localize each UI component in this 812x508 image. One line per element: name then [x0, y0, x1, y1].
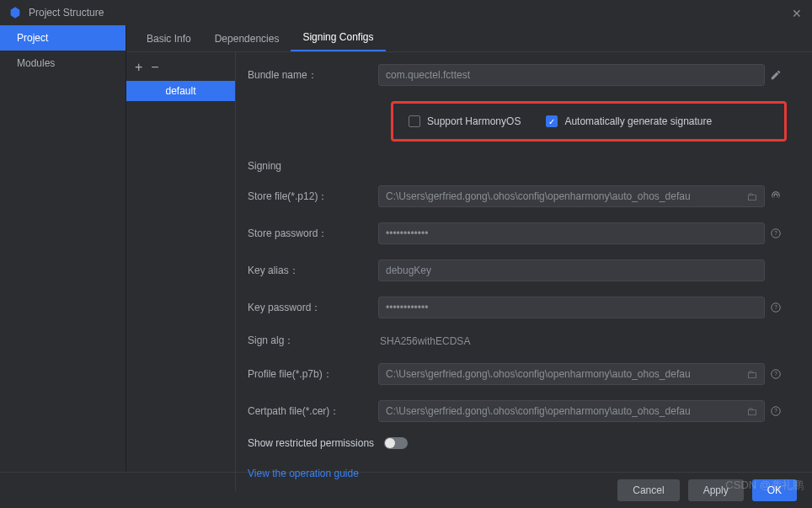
profile-file-input[interactable]: C:\Users\gerfried.gong\.ohos\config\open…: [378, 363, 765, 385]
svg-text:?: ?: [774, 230, 777, 236]
operation-guide-link[interactable]: View the operation guide: [248, 468, 359, 479]
certpath-file-input[interactable]: C:\Users\gerfried.gong\.ohos\config\open…: [378, 400, 765, 422]
tab-bar: Basic Info Dependencies Signing Configs: [126, 25, 812, 52]
sign-alg-label: Sign alg：: [248, 334, 378, 348]
help-icon: ?: [770, 368, 782, 380]
checkbox-checked-icon: ✓: [546, 115, 558, 127]
add-config-button[interactable]: +: [135, 61, 142, 74]
edit-bundle-name-button[interactable]: [765, 69, 787, 81]
bundle-name-label: Bundle name：: [248, 68, 378, 83]
tab-dependencies[interactable]: Dependencies: [203, 26, 291, 51]
support-harmonyos-label: Support HarmonyOS: [427, 115, 521, 127]
auto-generate-signature-checkbox[interactable]: ✓ Automatically generate signature: [546, 115, 712, 127]
support-harmonyos-checkbox[interactable]: Support HarmonyOS: [409, 115, 521, 127]
titlebar: Project Structure ✕: [0, 0, 812, 25]
auto-generate-signature-label: Automatically generate signature: [564, 115, 712, 127]
tab-basic-info[interactable]: Basic Info: [135, 26, 203, 51]
config-list: + − default: [126, 52, 236, 491]
certpath-file-help[interactable]: ?: [765, 405, 787, 417]
svg-text:?: ?: [774, 408, 777, 414]
store-file-input[interactable]: C:\Users\gerfried.gong\.ohos\config\open…: [378, 185, 765, 207]
key-password-help[interactable]: ?: [765, 302, 787, 313]
key-alias-label: Key alias：: [248, 264, 378, 278]
signing-section-header: Signing: [248, 160, 787, 172]
svg-text:?: ?: [774, 304, 777, 310]
svg-text:?: ?: [774, 371, 777, 377]
folder-icon[interactable]: 🗀: [746, 368, 757, 381]
window-title: Project Structure: [29, 7, 104, 19]
store-password-help[interactable]: ?: [765, 227, 787, 239]
store-password-label: Store password：: [248, 227, 378, 241]
window-close-button[interactable]: ✕: [792, 7, 802, 20]
checkbox-unchecked-icon: [409, 115, 420, 127]
folder-icon[interactable]: 🗀: [746, 190, 757, 203]
help-icon: ?: [770, 227, 782, 239]
certpath-file-label: Certpath file(*.cer)：: [248, 404, 378, 419]
store-file-label: Store file(*.p12)：: [248, 190, 378, 204]
profile-file-label: Profile file(*.p7b)：: [248, 367, 378, 382]
folder-icon[interactable]: 🗀: [746, 405, 757, 418]
nav-item-project[interactable]: Project: [0, 25, 126, 51]
restricted-permissions-label: Show restricted permissions: [248, 437, 374, 449]
help-icon: ?: [770, 302, 782, 313]
restricted-permissions-toggle[interactable]: [384, 437, 408, 449]
bundle-name-input[interactable]: com.quectel.fcttest: [378, 64, 765, 86]
profile-file-help[interactable]: ?: [765, 368, 787, 380]
key-alias-input[interactable]: debugKey: [378, 259, 765, 281]
key-password-input[interactable]: ••••••••••••: [378, 297, 765, 318]
left-nav: Project Modules: [0, 25, 126, 472]
key-password-label: Key password：: [248, 301, 378, 315]
config-item-default[interactable]: default: [126, 81, 235, 101]
nav-item-modules[interactable]: Modules: [0, 51, 126, 76]
signature-options-highlight: Support HarmonyOS ✓ Automatically genera…: [391, 101, 787, 142]
tab-signing-configs[interactable]: Signing Configs: [291, 24, 385, 51]
signing-form: Bundle name： com.quectel.fcttest Support…: [236, 52, 812, 491]
store-password-input[interactable]: ••••••••••••: [378, 222, 765, 244]
app-logo-icon: [8, 6, 22, 19]
remove-config-button[interactable]: −: [151, 61, 158, 74]
pencil-icon: [770, 69, 782, 81]
fingerprint-icon: [770, 190, 782, 202]
sign-alg-value: SHA256withECDSA: [378, 335, 765, 347]
help-icon: ?: [770, 405, 782, 417]
fingerprint-button[interactable]: [765, 190, 787, 202]
